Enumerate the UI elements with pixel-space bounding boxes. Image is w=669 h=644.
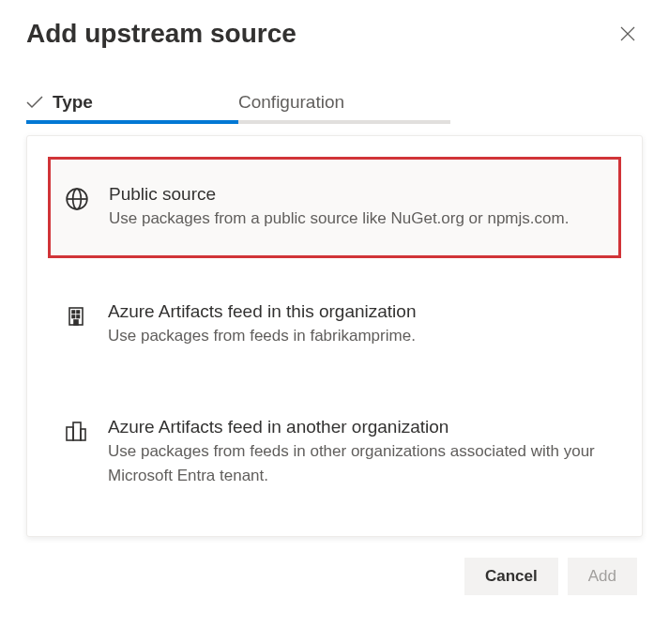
dialog-header: Add upstream source [26, 19, 643, 49]
add-upstream-source-dialog: Add upstream source Type Configuration [0, 0, 669, 614]
options-panel: Public source Use packages from a public… [26, 135, 643, 537]
building-icon [63, 303, 89, 330]
option-title: Public source [109, 184, 601, 205]
option-desc: Use packages from a public source like N… [109, 207, 601, 231]
tab-underline-active [26, 120, 238, 124]
dialog-title: Add upstream source [26, 19, 296, 49]
tab-configuration[interactable]: Configuration [238, 83, 450, 122]
option-content: Azure Artifacts feed in this organizatio… [108, 301, 602, 348]
close-button[interactable] [613, 19, 643, 49]
option-title: Azure Artifacts feed in another organiza… [108, 417, 602, 437]
add-button[interactable]: Add [568, 558, 637, 595]
svg-rect-13 [81, 429, 85, 440]
option-content: Public source Use packages from a public… [109, 184, 601, 231]
dialog-footer: Cancel Add [26, 537, 643, 595]
check-icon [26, 96, 43, 109]
option-desc: Use packages from feeds in fabrikamprime… [108, 324, 602, 348]
svg-rect-8 [72, 315, 75, 318]
option-content: Azure Artifacts feed in another organiza… [108, 417, 602, 487]
svg-rect-12 [73, 422, 81, 440]
cancel-button[interactable]: Cancel [464, 558, 558, 595]
close-icon [620, 26, 635, 41]
svg-rect-6 [72, 311, 75, 314]
tab-type[interactable]: Type [26, 83, 238, 122]
svg-rect-11 [67, 427, 73, 440]
tab-type-label: Type [53, 92, 93, 113]
buildings-icon [63, 419, 89, 445]
globe-icon [64, 186, 90, 212]
wizard-tabs: Type Configuration [26, 83, 643, 122]
tab-configuration-label: Configuration [238, 92, 344, 113]
option-public-source[interactable]: Public source Use packages from a public… [48, 157, 621, 258]
svg-rect-10 [74, 320, 78, 325]
option-desc: Use packages from feeds in other organiz… [108, 439, 602, 487]
svg-rect-9 [77, 315, 80, 318]
option-other-org-feed[interactable]: Azure Artifacts feed in another organiza… [48, 391, 621, 514]
svg-rect-7 [77, 311, 80, 314]
option-org-feed[interactable]: Azure Artifacts feed in this organizatio… [48, 275, 621, 375]
option-title: Azure Artifacts feed in this organizatio… [108, 301, 602, 322]
tab-underline-inactive [238, 120, 450, 124]
